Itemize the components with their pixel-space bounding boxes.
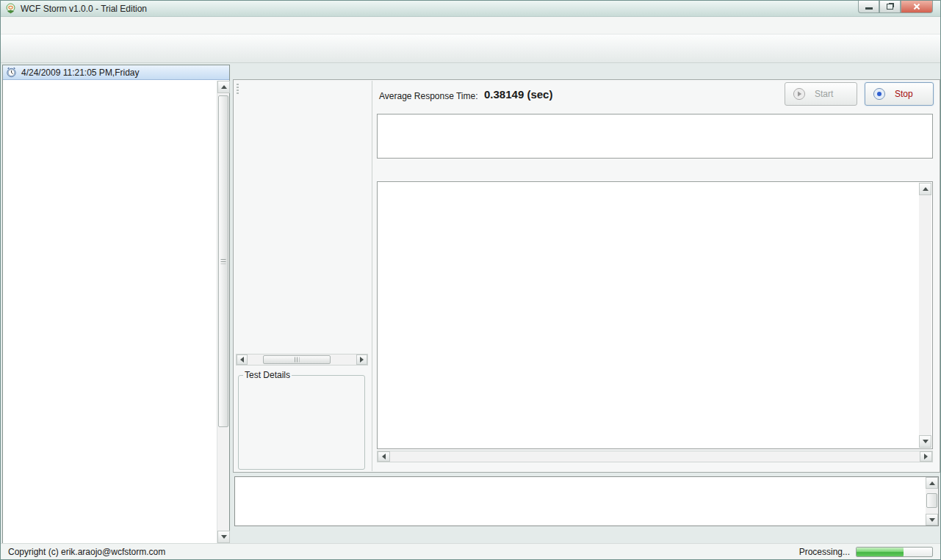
service-tree-scrollbar[interactable] xyxy=(217,81,229,543)
clock-icon xyxy=(6,67,17,78)
scroll-up-button[interactable] xyxy=(217,81,230,93)
chart-panel xyxy=(377,181,933,449)
progress-bar xyxy=(856,547,933,557)
scroll-down-button[interactable] xyxy=(217,531,230,543)
copyright-text: Copyright (c) erik.araojo@wcfstorm.com xyxy=(8,547,165,557)
main-toolbar xyxy=(1,34,940,63)
perftest-results: Average Response Time: 0.38149 (sec) Sta… xyxy=(372,80,940,472)
stop-button[interactable]: Stop xyxy=(865,82,934,106)
app-window: WCF Storm v1.0.0 - Trial Edition 4/24/20… xyxy=(0,0,941,560)
close-icon xyxy=(912,2,921,11)
window-title: WCF Storm v1.0.0 - Trial Edition xyxy=(21,4,147,14)
scroll-thumb[interactable] xyxy=(926,493,937,508)
test-details-title: Test Details xyxy=(243,370,292,380)
processing-text: Processing... xyxy=(799,547,850,557)
scroll-right-button[interactable] xyxy=(920,451,932,462)
minimize-icon xyxy=(865,7,873,10)
parameters-panel: Test Details xyxy=(234,81,372,471)
scroll-thumb[interactable] xyxy=(263,355,331,364)
parameters-toolbar xyxy=(234,81,372,98)
service-tree xyxy=(3,81,217,543)
stop-icon xyxy=(873,87,886,101)
datetime-text: 4/24/2009 11:21:05 PM,Friday xyxy=(21,68,140,78)
log-scrollbar[interactable] xyxy=(926,477,938,526)
start-button[interactable]: Start xyxy=(785,82,857,106)
scroll-left-button[interactable] xyxy=(237,354,248,365)
parameter-tree xyxy=(236,100,369,354)
datetime-bar: 4/24/2009 11:21:05 PM,Friday xyxy=(3,65,229,80)
scroll-down-button[interactable] xyxy=(926,514,938,526)
test-details-group: Test Details xyxy=(238,370,365,470)
title-bar: WCF Storm v1.0.0 - Trial Edition xyxy=(1,1,940,17)
status-bar: Copyright (c) erik.araojo@wcfstorm.com P… xyxy=(1,543,940,559)
main-area: Test Details Average Response Time: 0.38… xyxy=(233,63,940,545)
scroll-up-button[interactable] xyxy=(919,183,931,195)
results-grid xyxy=(377,114,933,159)
avg-response-label: Average Response Time: xyxy=(379,91,478,101)
maximize-button[interactable] xyxy=(879,1,901,13)
service-tree-panel: 4/24/2009 11:21:05 PM,Friday xyxy=(2,65,230,544)
app-icon xyxy=(5,3,16,14)
log-output[interactable] xyxy=(234,476,939,526)
scroll-down-button[interactable] xyxy=(919,435,931,448)
log-panel xyxy=(233,474,940,545)
close-button[interactable] xyxy=(901,1,933,13)
chart xyxy=(379,183,917,447)
scroll-right-button[interactable] xyxy=(356,354,367,365)
scroll-up-button[interactable] xyxy=(926,477,938,489)
window-controls xyxy=(858,1,933,13)
progress-fill xyxy=(857,548,904,556)
avg-response-value: 0.38149 (sec) xyxy=(484,88,552,101)
chart-hscrollbar[interactable] xyxy=(377,451,933,462)
parameter-tree-hscrollbar[interactable] xyxy=(236,354,368,366)
document-tabs xyxy=(233,63,940,79)
play-icon xyxy=(793,87,806,101)
perftest-page: Test Details Average Response Time: 0.38… xyxy=(233,79,940,473)
scroll-thumb[interactable] xyxy=(218,95,228,427)
scroll-left-button[interactable] xyxy=(378,451,390,462)
maximize-icon xyxy=(887,4,893,10)
menu-bar xyxy=(1,17,940,34)
minimize-button[interactable] xyxy=(858,1,879,13)
chart-vscrollbar[interactable] xyxy=(919,183,931,448)
